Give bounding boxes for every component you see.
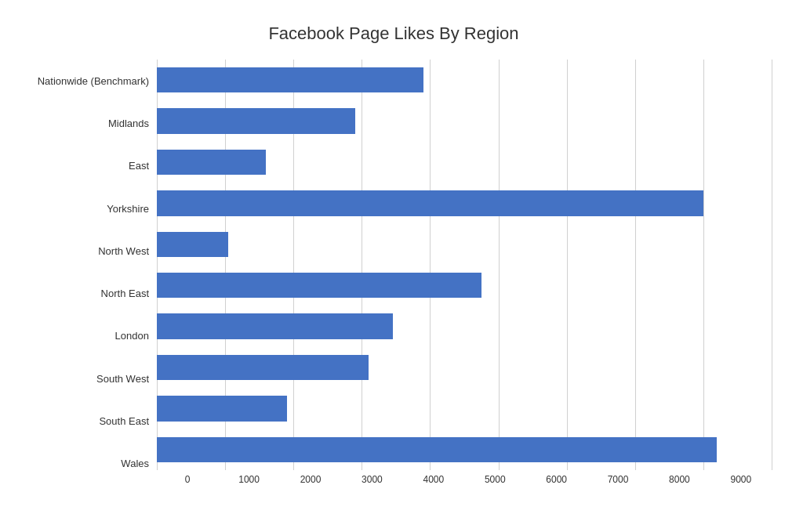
bar — [157, 313, 393, 338]
bar-row — [157, 60, 772, 100]
chart-container: Facebook Page Likes By Region Nationwide… — [0, 0, 803, 532]
y-label: London — [16, 315, 149, 357]
bar — [157, 232, 228, 257]
chart-title: Facebook Page Likes By Region — [268, 24, 518, 44]
chart-area: Nationwide (Benchmark)MidlandsEastYorksh… — [16, 60, 772, 485]
grid-and-bars — [157, 60, 772, 470]
x-axis-label: 9000 — [710, 474, 772, 485]
y-label: Nationwide (Benchmark) — [16, 60, 149, 102]
bar-row — [157, 429, 772, 470]
bar-row — [157, 306, 772, 346]
y-label: East — [16, 145, 149, 187]
y-label: North East — [16, 272, 149, 314]
grid-line — [772, 60, 772, 470]
bar — [157, 355, 369, 380]
x-axis-label: 8000 — [649, 474, 710, 485]
y-label: South West — [16, 357, 149, 400]
y-label: Midlands — [16, 102, 149, 144]
bar — [157, 108, 355, 133]
y-label: South East — [16, 400, 149, 442]
x-axis: 0100020003000400050006000700080009000 — [157, 474, 772, 485]
plot-area — [157, 60, 772, 470]
bars-container — [157, 60, 772, 470]
bar — [157, 437, 717, 462]
bar-row — [157, 265, 772, 306]
x-axis-label: 5000 — [464, 474, 525, 485]
x-axis-label: 3000 — [341, 474, 402, 485]
bar — [157, 150, 266, 175]
y-labels: Nationwide (Benchmark)MidlandsEastYorksh… — [16, 60, 157, 485]
x-axis-label: 4000 — [403, 474, 464, 485]
x-axis-label: 7000 — [587, 474, 649, 485]
bar-row — [157, 224, 772, 265]
plot-wrapper: 0100020003000400050006000700080009000 — [157, 60, 772, 485]
x-axis-label: 2000 — [280, 474, 341, 485]
y-label: Yorkshire — [16, 187, 149, 230]
y-label: Wales — [16, 443, 149, 485]
y-label: North West — [16, 230, 149, 272]
bar-row — [157, 388, 772, 429]
bar-row — [157, 347, 772, 388]
bar — [157, 67, 423, 92]
x-axis-label: 1000 — [218, 474, 279, 485]
x-axis-label: 6000 — [525, 474, 587, 485]
bar — [157, 396, 287, 421]
bar — [157, 190, 703, 215]
bar-row — [157, 142, 772, 183]
x-axis-label: 0 — [157, 474, 218, 485]
bar-row — [157, 183, 772, 223]
bar-row — [157, 100, 772, 141]
bar — [157, 273, 481, 298]
